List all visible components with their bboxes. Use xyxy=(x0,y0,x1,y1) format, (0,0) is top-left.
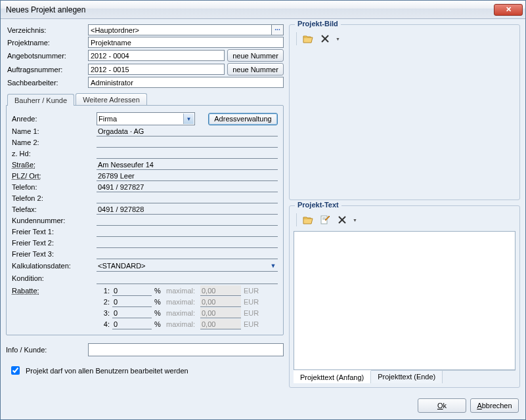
chevron-down-icon: ▼ xyxy=(183,114,194,124)
projekt-bild-group: Projekt-Bild ▼ xyxy=(289,24,520,200)
rabatt4-input[interactable] xyxy=(112,319,152,329)
label-kalkdaten: Kalkulationsdaten: xyxy=(12,262,94,270)
rabatt4-max xyxy=(200,319,241,329)
rabatte-grid: Rabatte: 1: % maximal: EUR 2: % maximal: xyxy=(12,285,278,329)
info-kunde-input[interactable] xyxy=(88,343,284,356)
folder-open-icon xyxy=(303,34,313,43)
close-button[interactable]: ✕ xyxy=(494,4,523,16)
plzort-input[interactable] xyxy=(97,171,278,181)
projekt-text-area[interactable] xyxy=(294,231,515,370)
info-kunde-row: Info / Kunde: xyxy=(6,343,284,356)
adressverwaltung-button[interactable]: Adressverwaltung xyxy=(208,113,278,125)
label-angebotsnummer: Angebotsnummer: xyxy=(6,52,88,60)
left-column: Verzeichnis: ··· Projektname: Angebotsnu… xyxy=(6,24,284,388)
verzeichnis-browse-button[interactable]: ··· xyxy=(272,24,284,35)
edit-text-button[interactable] xyxy=(318,213,332,227)
ftext2-input[interactable] xyxy=(97,238,278,248)
rabatt1-input[interactable] xyxy=(112,285,152,296)
tab-weitere-adressen[interactable]: Weitere Adressen xyxy=(76,93,147,105)
verzeichnis-input[interactable] xyxy=(88,24,272,35)
rabatt-num-3: 3: xyxy=(97,309,110,317)
right-column: Projekt-Bild ▼ xyxy=(289,24,520,388)
chevron-down-icon: ▼ xyxy=(269,260,278,271)
label-kondition: Kondition: xyxy=(12,274,94,282)
ftext1-input[interactable] xyxy=(97,226,278,237)
name2-input[interactable] xyxy=(97,137,278,148)
close-icon: ✕ xyxy=(506,5,512,14)
tabpage-bauherr: Anrede: Firma ▼ Adressverwaltung Name 1:… xyxy=(6,105,284,335)
zhd-input[interactable] xyxy=(97,148,278,159)
dialog-footer: Ok Abbrechen xyxy=(1,393,525,419)
telefax-input[interactable] xyxy=(97,204,278,215)
label-sachbearbeiter: Sachbearbeiter: xyxy=(6,79,88,87)
strasse-input[interactable] xyxy=(97,159,278,170)
kundennummer-input[interactable] xyxy=(97,215,278,226)
verzeichnis-lookup: ··· xyxy=(88,24,284,35)
share-checkbox-row: Projekt darf von allen Benutzern bearbei… xyxy=(6,364,284,377)
neue-nummer-angebot-button[interactable]: neue Nummer xyxy=(227,49,284,62)
rabatt3-max xyxy=(200,308,241,318)
label-ftext1: Freier Text 1: xyxy=(12,228,94,236)
projekt-bild-toolbar: ▼ xyxy=(294,29,515,50)
window-title: Neues Projekt anlegen xyxy=(6,5,494,14)
currency-label-3: EUR xyxy=(244,309,270,317)
share-checkbox[interactable] xyxy=(11,366,20,375)
label-ftext3: Freier Text 3: xyxy=(12,250,94,258)
label-telefax: Telefax: xyxy=(12,205,94,213)
label-strasse: Straße: xyxy=(12,161,94,169)
label-plzort: PLZ/ Ort: xyxy=(12,172,94,180)
maximal-label-1: maximal: xyxy=(166,287,198,295)
auftragsnummer-input[interactable] xyxy=(88,64,225,75)
label-telefon2: Telefon 2: xyxy=(12,194,94,202)
toolbar-overflow-icon[interactable]: ▼ xyxy=(335,37,340,41)
open-text-button[interactable] xyxy=(301,213,315,227)
delete-icon xyxy=(320,34,330,43)
telefon-input[interactable] xyxy=(97,182,278,192)
ellipsis-icon: ··· xyxy=(274,26,280,33)
label-projektname: Projektname: xyxy=(6,39,88,47)
rabatt2-input[interactable] xyxy=(112,297,152,307)
tab-projekttext-anfang[interactable]: Projekttext (Anfang) xyxy=(294,370,371,383)
tab-container: Bauherr / Kunde Weitere Adressen Anrede:… xyxy=(6,93,284,335)
percent-label-2: % xyxy=(154,298,164,306)
tab-projekttext-ende[interactable]: Projekttext (Ende) xyxy=(371,371,443,383)
angebotsnummer-input[interactable] xyxy=(88,50,225,61)
toolbar-separator xyxy=(296,32,297,45)
label-name2: Name 2: xyxy=(12,138,94,146)
label-zhd: z. Hd: xyxy=(12,150,94,158)
dialog-body: Verzeichnis: ··· Projektname: Angebotsnu… xyxy=(1,19,525,393)
label-kundennummer: Kundennummer: xyxy=(12,217,94,224)
toolbar-overflow-icon[interactable]: ▼ xyxy=(352,218,357,222)
folder-open-icon xyxy=(303,215,313,224)
label-telefon: Telefon: xyxy=(12,183,94,191)
delete-image-button[interactable] xyxy=(318,32,332,46)
kalkdaten-value: <STANDARD> xyxy=(98,262,146,270)
maximal-label-3: maximal: xyxy=(166,309,198,317)
kondition-combo[interactable] xyxy=(97,272,278,284)
tabstrip: Bauherr / Kunde Weitere Adressen xyxy=(6,93,284,105)
rabatt2-max xyxy=(200,297,241,307)
ok-button[interactable]: Ok xyxy=(418,398,466,413)
titlebar: Neues Projekt anlegen ✕ xyxy=(1,1,525,19)
rabatt3-input[interactable] xyxy=(112,308,152,318)
telefon2-input[interactable] xyxy=(97,193,278,203)
projektname-input[interactable] xyxy=(88,37,284,48)
neue-nummer-auftrag-button[interactable]: neue Nummer xyxy=(227,63,284,75)
toolbar-separator xyxy=(296,213,297,226)
anrede-combo[interactable]: Firma ▼ xyxy=(97,112,195,125)
percent-label-1: % xyxy=(154,287,164,295)
projekt-bild-legend: Projekt-Bild xyxy=(295,20,341,28)
edit-note-icon xyxy=(320,215,330,224)
sachbearbeiter-input[interactable] xyxy=(88,77,284,88)
label-auftragsnummer: Auftragsnummer: xyxy=(6,66,88,74)
dialog-window: Neues Projekt anlegen ✕ Verzeichnis: ···… xyxy=(0,0,526,420)
maximal-label-4: maximal: xyxy=(166,320,198,328)
projekt-text-tabs: Projekttext (Anfang) Projekttext (Ende) xyxy=(294,370,515,383)
name1-input[interactable] xyxy=(97,126,278,136)
open-image-button[interactable] xyxy=(301,32,315,46)
tab-bauherr-kunde[interactable]: Bauherr / Kunde xyxy=(7,94,74,106)
delete-text-button[interactable] xyxy=(335,213,349,227)
ftext3-input[interactable] xyxy=(97,249,278,259)
abbrechen-button[interactable]: Abbrechen xyxy=(470,398,519,413)
kalkulationsdaten-combo[interactable]: <STANDARD> ▼ xyxy=(97,260,278,272)
